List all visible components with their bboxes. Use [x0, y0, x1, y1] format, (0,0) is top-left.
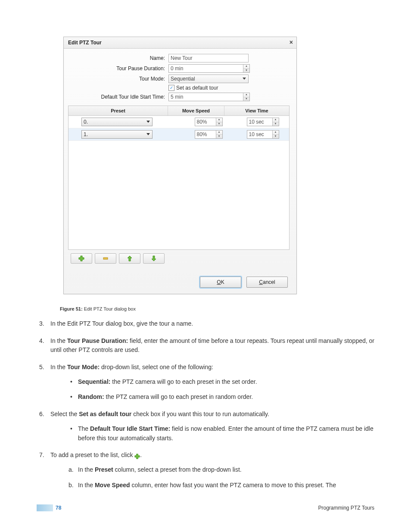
- close-icon[interactable]: ×: [290, 39, 293, 46]
- name-label: Name:: [68, 55, 168, 61]
- mode-label: Tour Mode:: [68, 76, 168, 82]
- chevron-down-icon: [146, 121, 150, 123]
- chevron-up-icon[interactable]: ▲: [216, 118, 222, 122]
- col-header-time: View Time: [224, 106, 289, 115]
- footer-badge: [37, 504, 53, 511]
- spinner-buttons[interactable]: ▲▼: [243, 93, 249, 101]
- default-tour-label: Set as default tour: [176, 85, 218, 91]
- step-7b: In the Move Speed column, enter how fast…: [78, 481, 374, 490]
- chevron-down-icon[interactable]: ▼: [243, 69, 249, 73]
- dialog-title: Edit PTZ Tour: [68, 40, 102, 46]
- page-number: 78: [56, 505, 61, 511]
- idle-value[interactable]: [169, 93, 243, 101]
- figure-caption: Figure 51: Edit PTZ Tour dialog box: [60, 306, 374, 311]
- speed-spinner[interactable]: ▲▼: [195, 130, 223, 139]
- preset-combo[interactable]: 0.: [81, 118, 153, 126]
- caption-prefix: Figure 51:: [60, 306, 83, 311]
- speed-value[interactable]: [195, 131, 216, 138]
- minus-icon: [103, 255, 109, 261]
- add-button[interactable]: [71, 253, 92, 264]
- ok-button[interactable]: OK: [200, 277, 241, 288]
- default-tour-checkbox[interactable]: ✓: [168, 85, 174, 91]
- pause-spinner[interactable]: ▲▼: [168, 64, 250, 73]
- mode-combo[interactable]: Sequential: [168, 75, 249, 83]
- pause-value[interactable]: [169, 65, 243, 72]
- bullet-random: Random: the PTZ camera will go to each p…: [78, 392, 374, 402]
- edit-ptz-tour-dialog: Edit PTZ Tour × Name: Tour Pause Duratio…: [63, 37, 297, 294]
- step-4: In the Tour Pause Duration: field, enter…: [37, 336, 374, 355]
- spinner-buttons[interactable]: ▲▼: [243, 65, 249, 72]
- chevron-down-icon: [243, 78, 246, 80]
- idle-spinner[interactable]: ▲▼: [168, 93, 250, 101]
- bullet-sequential: Sequential: the PTZ camera will go to ea…: [78, 377, 374, 387]
- time-value[interactable]: [247, 131, 272, 138]
- chevron-down-icon: [146, 133, 150, 135]
- chevron-down-icon[interactable]: ▼: [273, 135, 279, 139]
- chevron-up-icon[interactable]: ▲: [273, 118, 279, 122]
- chevron-down-icon[interactable]: ▼: [216, 122, 222, 126]
- step-7: To add a preset to the list, click . In …: [37, 451, 374, 490]
- footer-section: Programming PTZ Tours: [318, 505, 374, 511]
- svg-rect-0: [103, 258, 108, 259]
- dialog-titlebar: Edit PTZ Tour ×: [64, 37, 296, 49]
- step-6: Select the Set as default tour check box…: [37, 410, 374, 443]
- page-footer: 78 Programming PTZ Tours: [37, 504, 374, 511]
- arrow-up-icon: [127, 255, 133, 261]
- time-value[interactable]: [247, 118, 272, 126]
- preset-combo[interactable]: 1.: [81, 130, 153, 139]
- preset-value: 1.: [84, 131, 88, 137]
- cancel-button[interactable]: Cancel: [246, 277, 288, 288]
- idle-label: Default Tour Idle Start Time:: [68, 94, 168, 100]
- preset-grid: Preset Move Speed View Time 0.: [68, 106, 290, 250]
- col-header-preset: Preset: [68, 106, 168, 115]
- table-row: 1. ▲▼: [68, 128, 289, 141]
- chevron-up-icon[interactable]: ▲: [273, 131, 279, 135]
- table-row: 0. ▲▼: [68, 116, 289, 128]
- move-up-button[interactable]: [119, 253, 140, 264]
- dialog-body: Name: Tour Pause Duration: ▲▼ Tour Mode:: [64, 49, 296, 271]
- speed-spinner[interactable]: ▲▼: [195, 118, 223, 126]
- pause-label: Tour Pause Duration:: [68, 65, 168, 72]
- preset-value: 0.: [84, 119, 88, 125]
- instruction-list: In the Edit PTZ Tour dialog box, give th…: [37, 319, 374, 490]
- step-5: In the Tour Mode: drop-down list, select…: [37, 363, 374, 402]
- bullet-default-idle: The Default Tour Idle Start Time: field …: [78, 424, 374, 443]
- remove-button[interactable]: [95, 253, 116, 264]
- mode-value: Sequential: [171, 76, 195, 82]
- name-input[interactable]: [168, 54, 249, 62]
- move-down-button[interactable]: [143, 253, 165, 264]
- caption-text: Edit PTZ Tour dialog box: [83, 306, 136, 311]
- plus-icon: [134, 454, 140, 459]
- plus-icon: [78, 255, 84, 261]
- step-7a: In the Preset column, select a preset fr…: [78, 465, 374, 475]
- col-header-speed: Move Speed: [168, 106, 224, 115]
- arrow-down-icon: [151, 255, 157, 261]
- speed-value[interactable]: [195, 118, 216, 126]
- chevron-up-icon[interactable]: ▲: [243, 93, 249, 97]
- step-3: In the Edit PTZ Tour dialog box, give th…: [37, 319, 374, 329]
- chevron-down-icon[interactable]: ▼: [243, 97, 249, 101]
- time-spinner[interactable]: ▲▼: [247, 130, 279, 139]
- chevron-up-icon[interactable]: ▲: [216, 131, 222, 135]
- chevron-down-icon[interactable]: ▼: [273, 122, 279, 126]
- chevron-down-icon[interactable]: ▼: [216, 135, 222, 139]
- time-spinner[interactable]: ▲▼: [247, 118, 279, 126]
- chevron-up-icon[interactable]: ▲: [243, 65, 249, 69]
